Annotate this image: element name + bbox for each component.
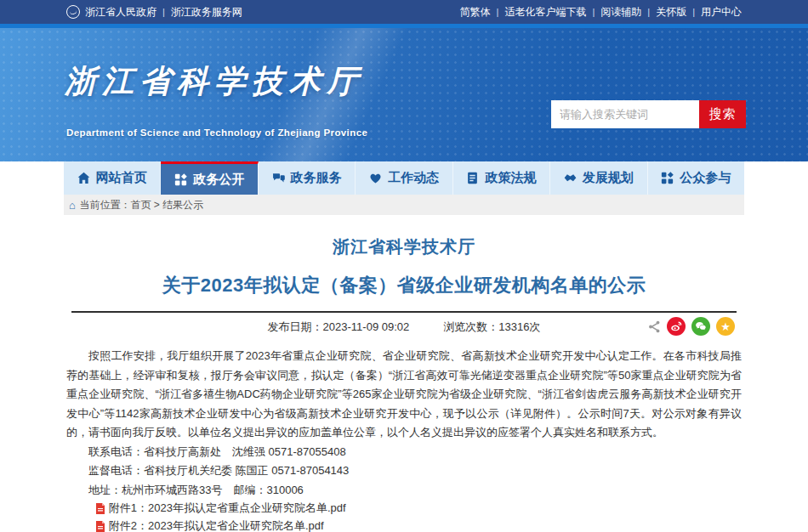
publish-date-label: 发布日期：: [268, 320, 323, 333]
share-toolbar: ★: [648, 317, 735, 336]
article-title-line1: 浙江省科学技术厅: [66, 235, 742, 258]
breadcrumb-separator: >: [154, 199, 160, 211]
nav-item-label: 政务公开: [193, 172, 244, 188]
address-line: 地址：杭州市环城西路33号 邮编：310006: [66, 481, 742, 501]
view-count-value: 13316次: [498, 320, 540, 333]
nav-item-label: 政务服务: [291, 170, 342, 186]
link-reading-assist[interactable]: 阅读辅助: [600, 5, 641, 20]
nav-item-label: 工作动态: [388, 170, 439, 186]
participation-icon: [661, 172, 674, 184]
nav-item-label: 公众参与: [680, 170, 731, 186]
nav-item-public-participation[interactable]: 公众参与: [648, 161, 744, 195]
wechat-share-icon[interactable]: [691, 317, 710, 336]
attachment-row: 附件1：2023年拟认定省重点企业研究院名单.pdf: [66, 500, 742, 518]
disclosure-icon: [174, 173, 187, 186]
search-button[interactable]: 搜索: [699, 100, 746, 128]
topbar-right-links: 简繁体 | 适老化客户端下载 | 阅读辅助 | 关怀版 | 用户中心: [460, 5, 742, 20]
topbar-left-links: 浙江省人民政府 | 浙江政务服务网: [66, 5, 242, 20]
nav-item-gov-disclosure[interactable]: 政务公开: [161, 161, 258, 195]
heart-icon: [369, 172, 382, 184]
document-icon: [466, 172, 479, 184]
article: 浙江省科学技术厅 关于2023年拟认定（备案）省级企业研发机构名单的公示 发布日…: [0, 215, 808, 532]
link-user-center[interactable]: 用户中心: [701, 5, 742, 20]
breadcrumb-current: 结果公示: [162, 198, 203, 212]
nav-item-home[interactable]: 网站首页: [64, 161, 161, 195]
publish-date: 发布日期：2023-11-09 09:02: [268, 320, 410, 335]
view-count: 浏览次数：13316次: [443, 320, 540, 335]
link-provincial-government[interactable]: 浙江省人民政府: [85, 5, 156, 20]
article-body: 按照工作安排，我厅组织开展了2023年省重点企业研究院、省企业研究院、省高新技术…: [66, 347, 742, 532]
share-nodes-icon[interactable]: [648, 320, 661, 333]
article-title-line2: 关于2023年拟认定（备案）省级企业研发机构名单的公示: [66, 273, 742, 298]
divider: |: [162, 7, 165, 17]
nav-item-policies[interactable]: 政策法规: [453, 161, 550, 195]
nav-item-label: 发展规划: [583, 170, 634, 186]
search-box: 搜索: [551, 100, 746, 128]
pdf-file-icon: [95, 503, 105, 514]
weibo-share-icon[interactable]: [667, 317, 686, 336]
supervision-phone-line: 监督电话：省科技厅机关纪委 陈国正 0571-87054143: [66, 461, 742, 481]
nav-item-development-planning[interactable]: 发展规划: [550, 161, 647, 195]
breadcrumb-home-link[interactable]: 首页: [131, 198, 151, 212]
nav-item-work-updates[interactable]: 工作动态: [356, 161, 452, 195]
divider: |: [647, 7, 650, 17]
site-title: 浙江省科学技术厅: [65, 60, 364, 103]
nav-item-label: 政策法规: [485, 170, 536, 186]
link-elderly-client-download[interactable]: 适老化客户端下载: [504, 5, 586, 20]
main-navigation: 网站首页 政务公开 政务服务 工作动态 政策法规 发展规划 公众参与: [64, 161, 744, 195]
search-input[interactable]: [551, 100, 699, 128]
attachment-link-2[interactable]: 附件2：2023年拟认定省企业研究院名单.pdf: [109, 517, 324, 532]
top-utility-bar: 浙江省人民政府 | 浙江政务服务网 简繁体 | 适老化客户端下载 | 阅读辅助 …: [0, 0, 808, 24]
divider: |: [497, 7, 499, 17]
contact-phone-line: 联系电话：省科技厅高新处 沈维强 0571-87055408: [66, 443, 742, 462]
favorite-star-icon[interactable]: ★: [716, 317, 735, 336]
home-icon: [77, 172, 90, 184]
link-simplified-traditional[interactable]: 简繁体: [460, 5, 491, 20]
nav-item-gov-services[interactable]: 政务服务: [259, 161, 356, 195]
nav-item-label: 网站首页: [96, 170, 147, 186]
site-banner: 浙江省科学技术厅 Department of Science and Techn…: [0, 28, 808, 161]
article-paragraph: 按照工作安排，我厅组织开展了2023年省重点企业研究院、省企业研究院、省高新技术…: [66, 347, 742, 443]
publish-date-value: 2023-11-09 09:02: [323, 320, 410, 333]
breadcrumb: ⌂ 当前位置： 首页 > 结果公示: [64, 195, 744, 215]
link-care-edition[interactable]: 关怀版: [656, 5, 686, 20]
attachment-row: 附件2：2023年拟认定省企业研究院名单.pdf: [66, 518, 742, 532]
view-count-label: 浏览次数：: [443, 320, 498, 333]
article-meta-row: 发布日期：2023-11-09 09:02 浏览次数：13316次 ★: [66, 313, 742, 342]
chat-bubbles-icon: [272, 172, 285, 184]
location-home-icon: ⌂: [69, 199, 76, 212]
divider: |: [592, 7, 595, 17]
pdf-file-icon: [95, 521, 105, 532]
handshake-icon: [564, 172, 577, 184]
divider: |: [692, 7, 695, 17]
site-subtitle-english: Department of Science and Technology of …: [66, 127, 367, 138]
zhejiang-gov-logo-icon: [66, 5, 80, 19]
attachment-link-1[interactable]: 附件1：2023年拟认定省重点企业研究院名单.pdf: [109, 499, 346, 518]
link-gov-service-site[interactable]: 浙江政务服务网: [171, 5, 242, 20]
breadcrumb-prefix: 当前位置：: [80, 198, 131, 212]
